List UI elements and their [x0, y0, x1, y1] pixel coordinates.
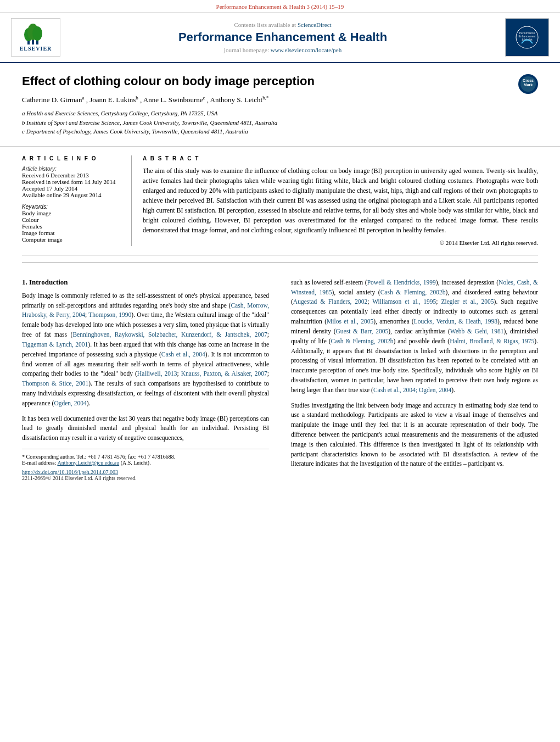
revised-date: Received in revised form 14 July 2014 [22, 178, 122, 185]
available-date: Available online 29 August 2014 [22, 192, 122, 198]
right-para2: Studies investigating the link between b… [291, 401, 538, 470]
keyword-3: Females [22, 223, 122, 230]
ref-halliwell[interactable]: Halliwell, 2013 [137, 370, 177, 377]
crossmark-badge: Cross Mark [518, 74, 538, 94]
right-para1: such as lowered self-esteem (Powell & He… [291, 278, 538, 395]
affiliations: a Health and Exercise Sciences, Gettysbu… [22, 109, 538, 136]
ref-milos[interactable]: Milos et al., 2005 [327, 318, 373, 325]
ref-thompson-stice[interactable]: Thompson & Stice, 2001 [22, 380, 88, 387]
ref-halmi[interactable]: Halmi, Brodland, & Rigas, 1975 [450, 338, 534, 344]
received-date: Received 6 December 2013 [22, 172, 122, 178]
ref-powell[interactable]: Powell & Hendricks, 1999 [367, 279, 436, 286]
intro-heading: 1. Introduction [22, 278, 269, 287]
paper-title: Effect of clothing colour on body image … [22, 74, 509, 88]
ref-loucks[interactable]: Loucks, Verdun, & Heath, 1998 [414, 318, 497, 325]
article-info: A R T I C L E I N F O Article history: R… [22, 155, 132, 246]
ref-tiggeman[interactable]: Tiggeman & Lynch, 2001 [22, 341, 88, 348]
top-bar: Performance Enhancement & Health 3 (2014… [0, 0, 560, 13]
sciencedirect-link: Contents lists available at ScienceDirec… [60, 21, 505, 28]
intro-para1: Body image is commonly referred to as th… [22, 291, 269, 409]
ref-cash-fleming2[interactable]: Cash & Fleming, 2002b [331, 338, 394, 344]
affiliation-b: b Institute of Sport and Exercise Scienc… [22, 118, 538, 127]
journal-logo: Performance Enhancement & Health [505, 18, 549, 57]
article-body: A R T I C L E I N F O Article history: R… [0, 147, 560, 490]
article-info-heading: A R T I C L E I N F O [22, 155, 122, 161]
ref-ogden[interactable]: Ogden, 2004 [54, 400, 86, 406]
copyright: © 2014 Elsevier Ltd. All rights reserved… [143, 239, 538, 246]
abstract-section: A B S T R A C T The aim of this study wa… [143, 155, 538, 246]
abstract-text: The aim of this study was to examine the… [143, 166, 538, 235]
footnote-section: * Corresponding author. Tel.: +61 7 4781… [22, 449, 269, 466]
authors-line: Catherine D. Girmana , Joann E. Lukinsb … [22, 95, 538, 104]
right-column: such as lowered self-esteem (Powell & He… [285, 278, 538, 481]
keyword-2: Colour [22, 216, 122, 223]
elsevier-logo: ELSEVIER [11, 18, 60, 57]
svg-text:Mark: Mark [524, 83, 533, 87]
paper-section: Effect of clothing colour on body image … [0, 63, 560, 147]
keyword-4: Image format [22, 230, 122, 236]
divider [22, 262, 538, 263]
ref-cash-2004b[interactable]: Cash et al., 2004 [161, 351, 205, 358]
journal-homepage: journal homepage: www.elsevier.com/locat… [60, 47, 505, 53]
intro-para2: It has been well documented over the las… [22, 414, 269, 443]
header-center: Contents lists available at ScienceDirec… [60, 21, 505, 53]
footnote-email-link[interactable]: Anthony.Leicht@jcu.edu.au [57, 460, 119, 466]
header-section: ELSEVIER Contents lists available at Sci… [0, 13, 560, 63]
ref-guest[interactable]: Guest & Barr, 2005 [336, 328, 389, 334]
doi-section: http://dx.doi.org/10.1016/j.peh.2014.07.… [22, 469, 269, 475]
doi-link[interactable]: http://dx.doi.org/10.1016/j.peh.2014.07.… [22, 469, 118, 475]
svg-text:Cross: Cross [523, 79, 534, 82]
abstract-heading: A B S T R A C T [143, 155, 538, 161]
sciencedirect-anchor[interactable]: ScienceDirect [298, 21, 332, 28]
ref-benninghoven[interactable]: Benninghoven, Raykowski, Solzbacher, Kun… [72, 331, 267, 338]
ref-cash-ogden[interactable]: Cash et al., 2004; Ogden, 2004 [373, 387, 451, 393]
homepage-url[interactable]: www.elsevier.com/locate/peh [271, 47, 341, 53]
keyword-1: Body image [22, 210, 122, 216]
ref-cash-fleming[interactable]: Cash & Fleming, 2002b [380, 289, 446, 295]
ref-knauss[interactable]: Knauss, Paxton, & Alsaker, 2007 [181, 370, 267, 377]
keywords-section: Keywords: Body image Colour Females Imag… [22, 204, 122, 243]
journal-citation: Performance Enhancement & Health 3 (2014… [216, 3, 344, 10]
ref-williamson[interactable]: Williamson et al., 1995 [372, 298, 436, 305]
elsevier-label: ELSEVIER [20, 46, 52, 52]
footnote-email: E-mail address: Anthony.Leicht@jcu.edu.a… [22, 460, 269, 466]
keyword-5: Computer image [22, 236, 122, 243]
ref-augestad[interactable]: Augestad & Flanders, 2002 [293, 298, 367, 305]
ref-ziegler[interactable]: Ziegler et al., 2005 [441, 298, 494, 305]
article-history: Article history: Received 6 December 201… [22, 166, 122, 198]
ref-cash-2004[interactable]: Cash, Morrow, Hrabosky, & Perry, 2004 [22, 302, 269, 319]
affiliation-a: a Health and Exercise Sciences, Gettysbu… [22, 109, 538, 118]
left-column: 1. Introduction Body image is commonly r… [22, 278, 275, 481]
journal-title: Performance Enhancement & Health [60, 30, 505, 44]
article-info-abstract: A R T I C L E I N F O Article history: R… [22, 147, 538, 255]
ref-webb[interactable]: Webb & Gehi, 1981 [450, 328, 504, 334]
footnote-corresponding: * Corresponding author. Tel.: +61 7 4781… [22, 454, 269, 460]
accepted-date: Accepted 17 July 2014 [22, 185, 122, 192]
issn-text: 2211-2669/© 2014 Elsevier Ltd. All right… [22, 475, 269, 481]
svg-point-5 [32, 26, 42, 41]
main-content: 1. Introduction Body image is commonly r… [22, 269, 538, 490]
ref-thompson-1990[interactable]: Thompson, 1990 [88, 311, 131, 318]
affiliation-c: c Department of Psychology, James Cook U… [22, 127, 538, 136]
